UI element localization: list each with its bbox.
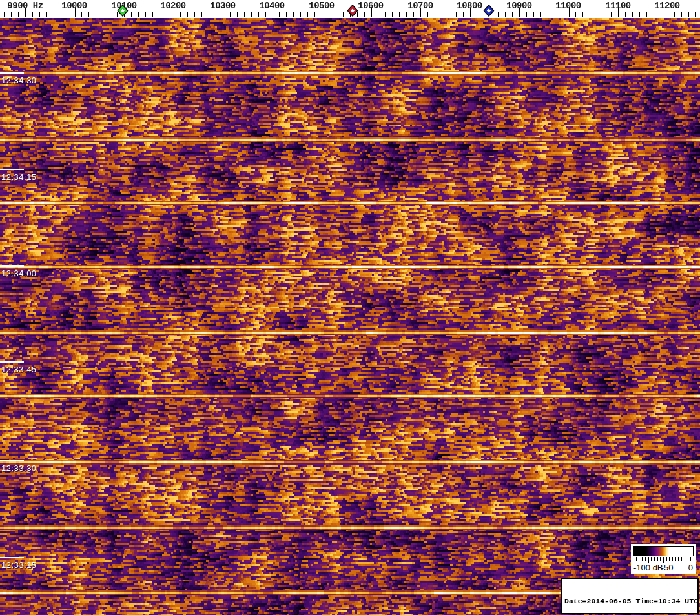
freq-axis-label-10000: 10000 bbox=[61, 1, 87, 11]
time-label-123330: 12:33:30 bbox=[1, 463, 37, 473]
freq-axis-label-10500: 10500 bbox=[309, 1, 335, 11]
time-label-123315: 12:33:15 bbox=[1, 560, 37, 570]
time-label-123400: 12:34:00 bbox=[1, 268, 37, 278]
freq-axis-label-10800: 10800 bbox=[457, 1, 482, 11]
colorbar-ruler-major-ticks bbox=[633, 557, 694, 563]
green-diamond-marker[interactable] bbox=[118, 5, 129, 17]
info-box: Date=2014-06-05 Time=10:34 UTC Freq=143 … bbox=[561, 578, 699, 614]
time-label-123345: 12:33:45 bbox=[1, 365, 37, 374]
freq-axis-label-11100: 11100 bbox=[605, 1, 631, 11]
time-label-123415: 12:34:15 bbox=[1, 172, 37, 182]
colorbar-panel: -100 dB -50 0 bbox=[631, 544, 696, 574]
freq-axis-label-10600: 10600 bbox=[358, 1, 384, 11]
info-line-date-time: Date=2014-06-05 Time=10:34 UTC bbox=[564, 597, 697, 605]
red-diamond-marker[interactable] bbox=[347, 5, 358, 17]
spectrogram-screen: 12:34:3012:34:1512:34:0012:33:4512:33:30… bbox=[0, 0, 700, 615]
colorbar-gradient bbox=[633, 546, 694, 556]
freq-axis-label-11000: 11000 bbox=[555, 1, 581, 11]
colorbar-label-mid: -50 bbox=[661, 563, 674, 572]
time-tick-123315 bbox=[0, 557, 24, 558]
colorbar-labels: -100 dB -50 0 bbox=[631, 563, 696, 573]
freq-axis-label-10300: 10300 bbox=[210, 1, 236, 11]
time-label-123430: 12:34:30 bbox=[1, 76, 37, 85]
freq-axis-label-9900-Hz: 9900 Hz bbox=[7, 1, 43, 11]
freq-axis-label-10200: 10200 bbox=[160, 1, 186, 11]
freq-axis-label-11200: 11200 bbox=[654, 1, 680, 11]
time-tick-123430 bbox=[0, 72, 24, 74]
time-tick-123330 bbox=[0, 460, 24, 461]
freq-axis-label-10900: 10900 bbox=[506, 1, 532, 11]
freq-axis-label-10700: 10700 bbox=[407, 1, 433, 11]
time-tick-123415 bbox=[0, 169, 24, 170]
freq-axis-label-10400: 10400 bbox=[259, 1, 285, 11]
blue-diamond-marker[interactable] bbox=[484, 5, 495, 17]
colorbar-label-max: 0 bbox=[688, 563, 693, 572]
spectrogram-waterfall-canvas bbox=[0, 18, 700, 615]
time-tick-123345 bbox=[0, 361, 24, 363]
frequency-axis: 9900 Hz100001010010200103001040010500106… bbox=[0, 0, 700, 18]
colorbar-label-min: -100 dB bbox=[633, 563, 663, 572]
time-tick-123400 bbox=[0, 265, 24, 267]
